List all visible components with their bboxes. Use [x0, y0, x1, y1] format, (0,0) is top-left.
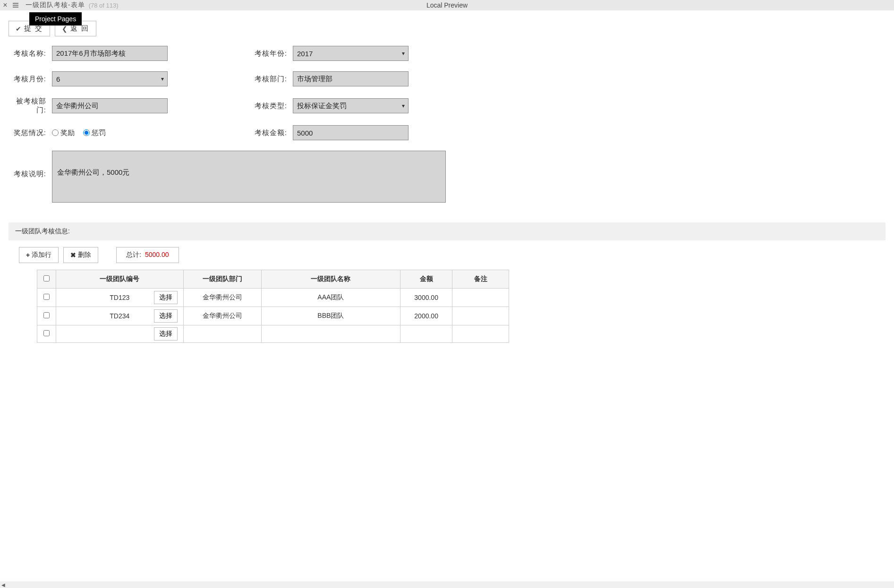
cell-name [261, 325, 400, 343]
th-code: 一级团队编号 [56, 270, 183, 289]
label-desc: 考核说明: [9, 170, 46, 179]
chevron-left-icon: ❮ [62, 25, 68, 33]
cell-amount: 2000.00 [400, 307, 452, 325]
form-area: 考核名称: 考核年份: 考核月份: 考核部门: 被考核部门: [0, 36, 894, 222]
page-count: (78 of 113) [89, 2, 119, 9]
delete-row-button[interactable]: ✖ 删除 [63, 247, 98, 263]
select-type[interactable] [293, 98, 409, 113]
cell-amount [400, 325, 452, 343]
project-pages-tooltip: Project Pages [29, 12, 82, 26]
plus-icon: + [26, 251, 30, 259]
th-checkbox [37, 270, 56, 289]
cell-dept [183, 325, 261, 343]
select-code-button[interactable]: 选择 [154, 291, 178, 304]
cell-note [452, 289, 509, 307]
check-icon: ✔ [16, 25, 22, 33]
input-amount[interactable] [293, 125, 409, 140]
radio-punish[interactable]: 惩罚 [83, 128, 106, 137]
radio-group-reward-punish: 奖励 惩罚 [52, 128, 106, 137]
table-toolbar: + 添加行 ✖ 删除 总计: 5000.00 [19, 247, 894, 263]
select-code-button[interactable]: 选择 [154, 327, 178, 341]
add-row-label: 添加行 [32, 251, 51, 259]
total-label: 总计: [126, 251, 141, 258]
close-icon[interactable]: × [0, 1, 10, 9]
page-title: 一级团队考核-表单 [26, 1, 85, 9]
row-checkbox[interactable] [43, 312, 50, 318]
input-name[interactable] [52, 46, 168, 61]
checkbox-all[interactable] [43, 275, 50, 281]
input-dept[interactable] [293, 71, 409, 86]
th-name: 一级团队名称 [261, 270, 400, 289]
radio-reward[interactable]: 奖励 [52, 128, 75, 137]
th-dept: 一级团队部门 [183, 270, 261, 289]
total-box: 总计: 5000.00 [116, 247, 179, 263]
app-header: × 一级团队考核-表单 (78 of 113) Local Preview [0, 0, 894, 10]
label-name: 考核名称: [9, 49, 46, 58]
label-dept: 考核部门: [249, 75, 287, 84]
cell-name: AAA团队 [261, 289, 400, 307]
section-header: 一级团队考核信息: [9, 222, 885, 240]
label-target: 被考核部门: [9, 97, 46, 115]
th-amount: 金额 [400, 270, 452, 289]
cell-note [452, 307, 509, 325]
cell-amount: 3000.00 [400, 289, 452, 307]
form-toolbar: ✔ 提 交 ❮ 返 回 [0, 15, 894, 36]
label-month: 考核月份: [9, 75, 46, 84]
preview-label: Local Preview [426, 1, 468, 9]
label-amount: 考核金额: [249, 128, 287, 137]
menu-icon[interactable] [10, 2, 21, 9]
row-checkbox[interactable] [43, 330, 50, 336]
th-note: 备注 [452, 270, 509, 289]
cell-dept: 金华衢州公司 [183, 307, 261, 325]
total-value: 5000.00 [145, 251, 169, 258]
table-row: TD123选择金华衢州公司AAA团队3000.00 [37, 289, 509, 307]
select-code-button[interactable]: 选择 [154, 309, 178, 323]
select-year[interactable] [293, 46, 409, 61]
input-target[interactable] [52, 98, 168, 113]
add-row-button[interactable]: + 添加行 [19, 247, 59, 263]
table-row: 选择 [37, 325, 509, 343]
delete-row-label: 删除 [78, 251, 91, 259]
close-icon: ✖ [70, 251, 76, 259]
textarea-desc[interactable] [52, 151, 446, 203]
label-reward-punish: 奖惩情况: [9, 128, 46, 137]
cell-dept: 金华衢州公司 [183, 289, 261, 307]
label-type: 考核类型: [249, 102, 287, 111]
cell-name: BBB团队 [261, 307, 400, 325]
data-table: 一级团队编号 一级团队部门 一级团队名称 金额 备注 TD123选择金华衢州公司… [37, 270, 509, 343]
cell-note [452, 325, 509, 343]
row-checkbox[interactable] [43, 294, 50, 300]
label-year: 考核年份: [249, 49, 287, 58]
table-row: TD234选择金华衢州公司BBB团队2000.00 [37, 307, 509, 325]
select-month[interactable] [52, 71, 168, 86]
